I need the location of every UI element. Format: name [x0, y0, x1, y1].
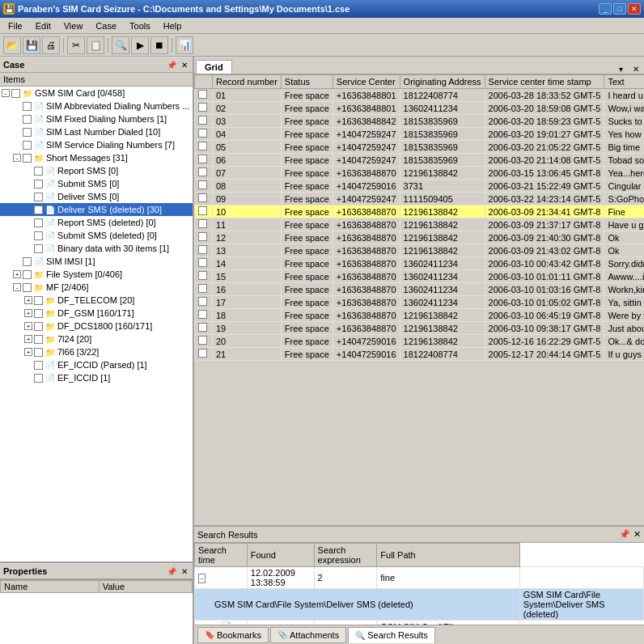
checkbox-telecom[interactable] — [34, 296, 43, 305]
expand-fs[interactable]: + — [13, 270, 21, 278]
toolbar-report[interactable]: 📊 — [176, 36, 193, 54]
table-row[interactable]: 11Free space+16363848870121961388422006-… — [195, 218, 645, 231]
properties-pin[interactable]: 📌 — [165, 567, 178, 576]
tree-item-ef_iccid_p[interactable]: 📄EF_ICCID (Parsed) [1] — [0, 358, 193, 371]
menu-case[interactable]: Case — [89, 19, 123, 32]
toolbar-copy[interactable]: 📋 — [87, 36, 104, 54]
menu-help[interactable]: Help — [157, 19, 189, 32]
table-row[interactable]: 16Free space+16363848870136024112342006-… — [195, 283, 645, 296]
table-row[interactable]: 08Free space+1404725901637312006-03-21 1… — [195, 180, 645, 193]
table-row[interactable]: 01Free space+16363848801181224087742006-… — [195, 89, 645, 102]
table-row[interactable]: 09Free space+1404725924711115094052006-0… — [195, 193, 645, 205]
table-row[interactable]: 02Free space+16363848801136024112342006-… — [195, 102, 645, 115]
toolbar-save[interactable]: 💾 — [23, 36, 40, 54]
col-status[interactable]: Status — [281, 75, 333, 89]
tree-item-fixed[interactable]: 📄SIM Fixed Dialing Numbers [1] — [0, 112, 193, 125]
checkbox-binary[interactable] — [34, 244, 43, 253]
row-checkbox-10[interactable] — [198, 219, 207, 228]
grid-pin[interactable]: ✕ — [629, 65, 642, 74]
close-button[interactable]: ✕ — [628, 3, 641, 15]
row-checkbox-9[interactable] — [198, 206, 207, 215]
menu-edit[interactable]: Edit — [29, 19, 57, 32]
tree-item-deliver[interactable]: 📄Deliver SMS [0] — [0, 190, 193, 203]
row-checkbox-12[interactable] — [198, 245, 207, 254]
tree-item-report_del[interactable]: 📄Report SMS (deleted) [0] — [0, 216, 193, 229]
row-checkbox-7[interactable] — [198, 180, 207, 189]
menu-view[interactable]: View — [57, 19, 90, 32]
search-row[interactable]: GSM SIM Card\File System\Deliver SMS (de… — [195, 589, 644, 621]
tree-item-ef_iccid[interactable]: 📄EF_ICCID [1] — [0, 371, 193, 384]
row-checkbox-8[interactable] — [198, 193, 207, 202]
maximize-button[interactable]: □ — [613, 3, 626, 15]
table-row[interactable]: 18Free space+16363848870121961388422006-… — [195, 309, 645, 322]
tree-item-dfdcs[interactable]: +📁DF_DCS1800 [160/171] — [0, 320, 193, 333]
tab-bookmarks[interactable]: 🔖 Bookmarks — [197, 627, 269, 643]
menu-file[interactable]: File — [2, 19, 29, 32]
checkbox-ef_iccid_p[interactable] — [34, 361, 43, 370]
tree-item-short[interactable]: -📁Short Messages [31] — [0, 151, 193, 164]
tree-item-binary[interactable]: 📄Binary data with 30 items [1] — [0, 242, 193, 255]
tree-item-submit[interactable]: 📄Submit SMS [0] — [0, 177, 193, 190]
table-row[interactable]: 17Free space+16363848870136024112342006-… — [195, 296, 645, 309]
col-originating-address[interactable]: Originating Address — [400, 75, 485, 89]
toolbar-play[interactable]: ▶ — [131, 36, 149, 54]
row-checkbox-5[interactable] — [198, 155, 207, 163]
row-checkbox-4[interactable] — [198, 142, 207, 150]
expand-dfgsm[interactable]: + — [24, 309, 32, 317]
toolbar-search[interactable]: 🔍 — [112, 36, 129, 54]
toolbar-stop[interactable]: ⏹ — [150, 36, 168, 54]
checkbox-abbrev[interactable] — [23, 102, 32, 111]
checkbox-last[interactable] — [23, 128, 32, 137]
table-row[interactable]: 21Free space+14047259016181224087742005-… — [195, 348, 645, 361]
menu-tools[interactable]: Tools — [123, 19, 157, 32]
expand-mf[interactable]: - — [13, 283, 21, 291]
tree-item-deliver_del[interactable]: 📄Deliver SMS (deleted) [30] — [0, 203, 193, 216]
checkbox-7166[interactable] — [34, 348, 43, 357]
tab-search-results[interactable]: 🔍 Search Results — [348, 627, 435, 643]
table-row[interactable]: 06Free space+14047259247181538359692006-… — [195, 154, 645, 167]
row-checkbox-0[interactable] — [198, 90, 207, 99]
col-record-number[interactable]: Record number — [213, 75, 282, 89]
table-row[interactable]: 12Free space+16363848870121961388422006-… — [195, 231, 645, 244]
row-checkbox-16[interactable] — [198, 297, 207, 306]
expand-telecom[interactable]: + — [24, 296, 32, 304]
row-checkbox-3[interactable] — [198, 129, 207, 138]
checkbox-7124[interactable] — [34, 335, 43, 344]
row-checkbox-13[interactable] — [198, 258, 207, 267]
row-checkbox-19[interactable] — [198, 336, 207, 345]
properties-close[interactable]: ✕ — [180, 567, 189, 576]
row-checkbox-14[interactable] — [198, 271, 207, 280]
tree-item-fs[interactable]: +📁File System [0/406] — [0, 268, 193, 281]
tab-attachments[interactable]: 📎 Attachments — [270, 627, 346, 643]
toolbar-new[interactable]: 📂 — [3, 36, 21, 54]
checkbox-deliver_del[interactable] — [34, 205, 43, 214]
tree-item-mf[interactable]: -📁MF [2/406] — [0, 281, 193, 294]
table-row[interactable]: 19Free space+16363848870121961388422006-… — [195, 322, 645, 335]
checkbox-mf[interactable] — [23, 283, 32, 292]
checkbox-submit[interactable] — [34, 180, 43, 189]
expand-gsm[interactable]: - — [2, 89, 10, 97]
tree-item-7166[interactable]: +📁7l66 [3/22] — [0, 345, 193, 358]
tree-item-dfgsm[interactable]: +📁DF_GSM [160/171] — [0, 307, 193, 320]
table-row[interactable]: 07Free space+16363848870121961388422006-… — [195, 167, 645, 180]
checkbox-submit_del[interactable] — [34, 231, 43, 240]
row-checkbox-11[interactable] — [198, 232, 207, 241]
expand-short[interactable]: - — [13, 154, 21, 162]
checkbox-service[interactable] — [23, 141, 32, 150]
row-checkbox-17[interactable] — [198, 310, 207, 319]
table-row[interactable]: 04Free space+14047259247181538359692006-… — [195, 128, 645, 141]
col-text[interactable]: Text — [604, 75, 644, 89]
toolbar-print[interactable]: 🖨 — [42, 36, 60, 54]
checkbox-report[interactable] — [34, 167, 43, 176]
checkbox-gsm[interactable] — [11, 89, 20, 98]
panel-close[interactable]: ✕ — [180, 61, 189, 70]
table-row[interactable]: 05Free space+14047259247181538359692006-… — [195, 141, 645, 154]
row-checkbox-6[interactable] — [198, 167, 207, 176]
search-expand[interactable]: - — [198, 574, 205, 583]
tree-item-submit_del[interactable]: 📄Submit SMS (deleted) [0] — [0, 229, 193, 242]
expand-7124[interactable]: + — [24, 335, 32, 343]
expand-7166[interactable]: + — [24, 348, 32, 356]
table-row[interactable]: 10Free space+16363848870121961388422006-… — [195, 205, 645, 218]
tab-grid[interactable]: Grid — [196, 60, 232, 74]
data-grid[interactable]: Record number Status Service Center Orig… — [194, 74, 644, 525]
